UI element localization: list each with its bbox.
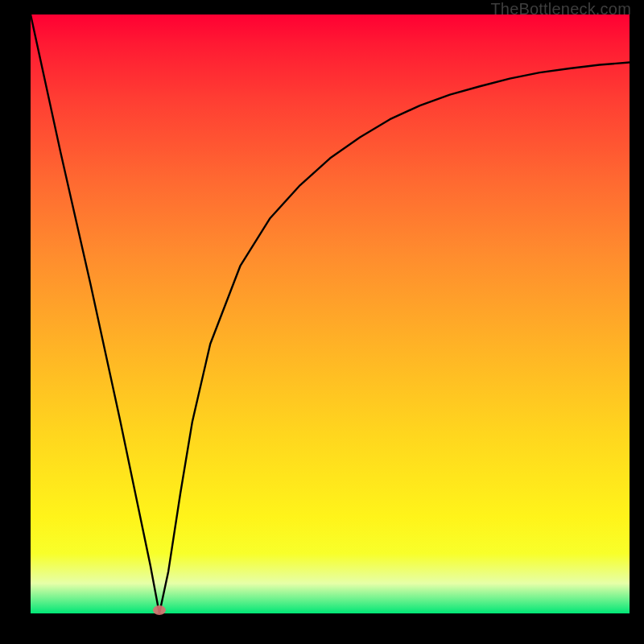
trough-marker	[153, 605, 166, 615]
plot-area	[31, 14, 630, 613]
bottleneck-curve	[31, 14, 630, 613]
chart-svg	[31, 14, 630, 613]
watermark-text: TheBottleneck.com	[490, 0, 631, 19]
chart-frame: TheBottleneck.com	[0, 0, 644, 644]
